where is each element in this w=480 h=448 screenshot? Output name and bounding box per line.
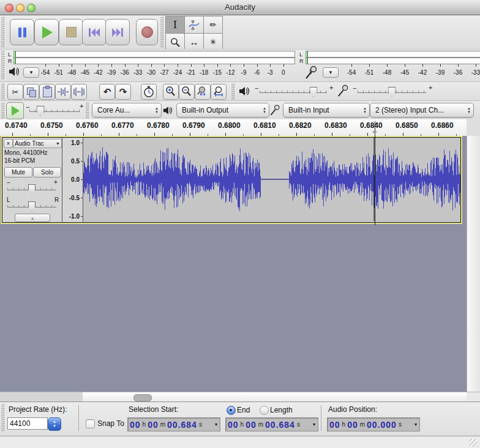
zoom-in-button[interactable]	[163, 84, 179, 100]
track-title-dropdown[interactable]: Audio Trac ▼	[13, 139, 62, 148]
audio-track[interactable]: × Audio Trac ▼ Mono, 44100Hz 16-bit PCM …	[1, 136, 462, 224]
output-volume-slider[interactable]	[260, 86, 327, 97]
waveform-display[interactable]	[83, 138, 460, 222]
zoom-fit-icon	[213, 86, 224, 97]
recording-channels-value: 2 (Stereo) Input Ch...	[375, 106, 464, 114]
timeshift-tool-button[interactable]: ↔	[185, 34, 203, 50]
cut-button[interactable]: ✂	[7, 84, 23, 100]
toolbar-grip[interactable]	[1, 405, 6, 431]
meter-toolbar: L R ▼ -54-51-48-45-42-39-36-33-30-27-24-…	[0, 49, 480, 82]
horizontal-scrollbar[interactable]	[83, 392, 467, 402]
timeline-ruler[interactable]: 0.67400.67500.67600.67700.67800.67900.68…	[0, 119, 467, 136]
record-button[interactable]	[136, 19, 158, 45]
playback-meter-left-bar[interactable]	[13, 51, 295, 58]
toolbar-grip[interactable]	[231, 84, 236, 99]
vertical-scrollbar[interactable]	[467, 136, 480, 392]
zoom-tool-button[interactable]	[166, 34, 184, 50]
slider-thumb[interactable]	[388, 87, 396, 97]
timer-button[interactable]	[141, 84, 157, 100]
silence-audio-button[interactable]	[71, 84, 87, 100]
input-volume-slider[interactable]	[358, 86, 426, 97]
recording-channels-dropdown[interactable]: 2 (Stereo) Input Ch... ▲▼	[370, 103, 474, 118]
recording-meter-left-bar[interactable]	[306, 51, 480, 58]
horizontal-scrollbar-thumb[interactable]	[133, 394, 152, 401]
zoom-out-button[interactable]	[179, 84, 195, 100]
recording-meter-dropdown[interactable]: ▼	[323, 67, 339, 78]
toolbar-grip[interactable]	[160, 17, 165, 47]
length-radio[interactable]	[260, 406, 269, 415]
paste-button[interactable]	[39, 84, 55, 100]
recording-device-dropdown[interactable]: Built-in Input ▲▼	[283, 103, 370, 118]
pause-button[interactable]	[10, 19, 34, 45]
field-dropdown-icon[interactable]: ▾	[413, 422, 418, 427]
copy-button[interactable]	[23, 84, 39, 100]
slider-thumb[interactable]	[28, 201, 36, 211]
field-dropdown-icon[interactable]: ▾	[312, 422, 317, 427]
trim-audio-button[interactable]	[55, 84, 71, 100]
solo-button[interactable]: Solo	[33, 167, 61, 177]
undo-button[interactable]: ↶	[99, 84, 115, 100]
slider-thumb[interactable]	[28, 184, 36, 194]
mute-button[interactable]: Mute	[4, 167, 32, 177]
end-radio-label: End	[237, 406, 250, 414]
fit-project-button[interactable]	[211, 84, 227, 100]
track-close-button[interactable]: ×	[4, 139, 13, 148]
playback-speed-slider[interactable]	[29, 105, 80, 116]
tools-toolbar: I ✏ ↔ ✳	[165, 16, 223, 51]
field-dropdown-icon[interactable]: ▾	[214, 422, 219, 427]
track-vertical-ruler[interactable]: 1.00.50.0-0.5-1.0	[62, 138, 83, 222]
playback-meter-dropdown[interactable]: ▼	[23, 67, 39, 78]
track-collapse-button[interactable]: ▲	[15, 214, 50, 222]
play-button[interactable]	[34, 19, 59, 45]
selection-start-field[interactable]: 00h 00m 00.684s ▾	[127, 417, 220, 431]
project-rate-stepper[interactable]: ▲ ▼	[48, 417, 61, 431]
toolbar-grip[interactable]	[1, 84, 6, 99]
popup-arrows-icon: ▲▼	[363, 106, 367, 114]
playback-device-dropdown[interactable]: Built-in Output ▲▼	[176, 103, 269, 118]
audio-host-dropdown[interactable]: Core Au... ▲▼	[92, 103, 162, 118]
track-gain-slider[interactable]	[7, 184, 56, 195]
snap-to-checkbox[interactable]	[86, 419, 95, 428]
end-radio[interactable]	[227, 406, 236, 415]
slider-thumb[interactable]	[37, 106, 45, 116]
resize-grip[interactable]	[469, 439, 478, 447]
playback-cursor	[375, 121, 375, 225]
meter-scale-tick	[72, 64, 72, 67]
slider-thumb[interactable]	[310, 87, 318, 97]
stepper-up-icon: ▲	[53, 420, 56, 424]
playback-meter-scale: -54-51-48-45-42-39-36-33-30-27-24-21-18-…	[40, 64, 285, 80]
fit-selection-button[interactable]	[195, 84, 211, 100]
track-pan-slider[interactable]	[7, 201, 56, 212]
audio-position-field[interactable]: 00h 00m 00.000s ▾	[327, 417, 420, 431]
meter-scale-tick	[138, 64, 138, 67]
toolbar-grip[interactable]	[1, 51, 6, 80]
toolbar-grip[interactable]	[86, 103, 90, 118]
selection-end-field[interactable]: 00h 00m 00.684s ▾	[225, 417, 318, 431]
zoom-out-icon	[181, 86, 192, 97]
recording-meter-right-bar[interactable]	[306, 58, 480, 64]
playback-meter-right-label: R	[8, 58, 12, 64]
minus-label: −	[255, 84, 258, 92]
timeline-label: 0.6810	[253, 121, 276, 130]
multi-tool-button[interactable]: ✳	[204, 34, 222, 50]
fast-forward-button[interactable]	[105, 19, 130, 45]
recording-meter-scale: -54-51-48-45-42-39-36-33	[343, 64, 480, 80]
timeline-label: 0.6840	[360, 121, 383, 130]
microphone-icon	[304, 65, 318, 80]
project-rate-input[interactable]	[7, 417, 48, 430]
speaker-icon	[9, 67, 20, 77]
toolbar-grip[interactable]	[1, 103, 6, 118]
envelope-tool-button[interactable]	[185, 17, 203, 33]
play-at-speed-button[interactable]	[6, 102, 24, 119]
audio-position-label: Audio Position:	[328, 405, 377, 414]
toolbar-grip[interactable]	[1, 17, 6, 47]
title-bar[interactable]: Audacity	[0, 0, 480, 15]
draw-tool-button[interactable]: ✏	[204, 17, 222, 33]
stop-button[interactable]	[59, 19, 83, 45]
meter-scale-number: -45	[400, 69, 409, 76]
rewind-button[interactable]	[82, 19, 107, 45]
playback-meter-right-bar[interactable]	[13, 58, 295, 64]
redo-button[interactable]: ↷	[115, 84, 131, 100]
track-workspace[interactable]: × Audio Trac ▼ Mono, 44100Hz 16-bit PCM …	[0, 136, 480, 392]
selection-tool-button[interactable]: I	[166, 17, 184, 33]
